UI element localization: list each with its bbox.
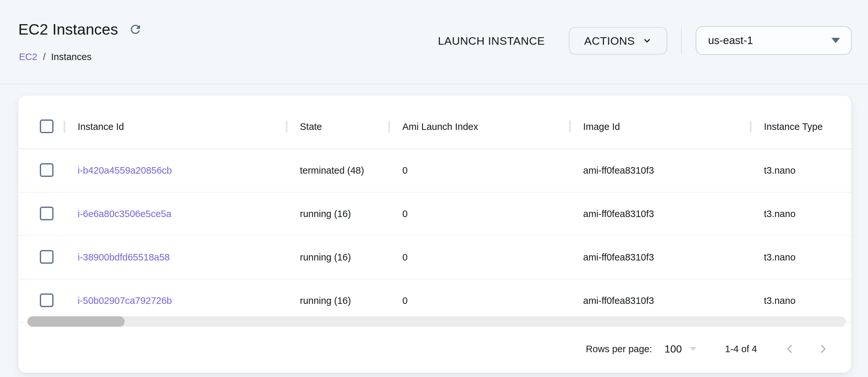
toolbar-divider (681, 27, 682, 54)
instance-type-cell: t3.nano (751, 295, 851, 306)
select-all-checkbox[interactable] (40, 120, 54, 133)
page-title: EC2 Instances (18, 21, 118, 38)
refresh-button[interactable] (128, 22, 143, 37)
instance-type-cell: t3.nano (751, 209, 851, 219)
table-row: i-b420a4559a20856cb terminated (48) 0 am… (18, 149, 851, 193)
ami-launch-index-cell: 0 (389, 165, 570, 176)
rows-per-page-select[interactable]: 100 (664, 343, 696, 355)
column-header-label: Ami Launch Index (402, 121, 478, 132)
dropdown-triangle-icon (832, 38, 840, 43)
column-header-label: Instance Id (78, 121, 124, 132)
previous-page-button[interactable] (782, 342, 797, 356)
column-separator (388, 120, 390, 133)
table-row: i-6e6a80c3506e5ce5a running (16) 0 ami-f… (18, 193, 851, 236)
ami-launch-index-cell: 0 (389, 252, 570, 263)
horizontal-scrollbar-thumb[interactable] (27, 316, 125, 327)
state-cell: running (16) (287, 295, 389, 306)
chevron-right-icon (817, 343, 829, 355)
ec2-instances-page: EC2 Instances EC2 / Instances LAUNCH INS… (0, 0, 868, 377)
row-checkbox[interactable] (40, 250, 54, 264)
refresh-icon (129, 23, 142, 36)
instances-table-card: Instance Id State Ami Launch Index Image… (18, 96, 851, 373)
ami-launch-index-cell: 0 (389, 209, 570, 219)
column-separator (286, 120, 287, 133)
page-header: EC2 Instances (18, 21, 143, 38)
column-header-image-id[interactable]: Image Id (570, 121, 751, 132)
breadcrumb: EC2 / Instances (19, 52, 92, 62)
ami-launch-index-cell: 0 (389, 295, 570, 306)
column-header-instance-type[interactable]: Instance Type (751, 121, 851, 132)
breadcrumb-separator: / (43, 52, 45, 62)
chevron-down-icon (642, 36, 652, 46)
image-id-cell: ami-ff0fea8310f3 (570, 252, 751, 263)
rows-per-page-value: 100 (664, 343, 682, 355)
chevron-left-icon (783, 343, 796, 355)
table-row: i-38900bdfd65518a58 running (16) 0 ami-f… (18, 236, 851, 279)
table-header-row: Instance Id State Ami Launch Index Image… (18, 96, 851, 149)
image-id-cell: ami-ff0fea8310f3 (570, 209, 751, 219)
rows-per-page-label: Rows per page: (586, 344, 652, 354)
instance-id-link[interactable]: i-b420a4559a20856cb (78, 165, 172, 176)
instance-id-cell: i-b420a4559a20856cb (65, 165, 287, 176)
column-header-label: Image Id (583, 121, 620, 132)
breadcrumb-link-ec2[interactable]: EC2 (19, 52, 37, 62)
state-cell: running (16) (287, 209, 389, 219)
state-cell: running (16) (287, 252, 389, 263)
header-divider (0, 84, 868, 84)
dropdown-triangle-icon (690, 347, 696, 351)
instance-id-cell: i-38900bdfd65518a58 (65, 252, 287, 263)
column-separator (64, 120, 65, 133)
row-checkbox[interactable] (40, 207, 54, 220)
image-id-cell: ami-ff0fea8310f3 (570, 165, 751, 176)
instance-id-link[interactable]: i-50b02907ca792726b (78, 295, 172, 306)
state-cell: terminated (48) (287, 165, 389, 176)
region-select[interactable]: us-east-1 (696, 26, 852, 55)
region-select-value: us-east-1 (708, 34, 753, 47)
column-header-state[interactable]: State (287, 121, 389, 132)
actions-button[interactable]: ACTIONS (569, 27, 667, 55)
launch-instance-button[interactable]: LAUNCH INSTANCE (436, 27, 547, 55)
row-checkbox-cell (18, 207, 65, 221)
column-separator (569, 120, 571, 133)
instance-type-cell: t3.nano (751, 165, 851, 176)
horizontal-scrollbar[interactable] (27, 316, 846, 327)
breadcrumb-current: Instances (51, 52, 91, 62)
column-header-instance-id[interactable]: Instance Id (65, 121, 287, 132)
row-checkbox[interactable] (40, 293, 54, 307)
column-header-ami-launch-index[interactable]: Ami Launch Index (389, 121, 570, 132)
instance-id-link[interactable]: i-6e6a80c3506e5ce5a (78, 209, 171, 219)
instance-id-cell: i-6e6a80c3506e5ce5a (65, 209, 287, 219)
pagination-range-label: 1-4 of 4 (725, 344, 757, 354)
column-header-label: State (300, 121, 322, 132)
instance-id-cell: i-50b02907ca792726b (65, 295, 287, 306)
row-checkbox-cell (18, 163, 65, 178)
pagination-bar: Rows per page: 100 1-4 of 4 (586, 339, 830, 359)
row-checkbox-cell (18, 250, 65, 265)
image-id-cell: ami-ff0fea8310f3 (570, 295, 751, 306)
select-all-cell (18, 120, 65, 134)
instance-id-link[interactable]: i-38900bdfd65518a58 (78, 252, 170, 262)
row-checkbox[interactable] (40, 163, 54, 177)
instance-type-cell: t3.nano (751, 252, 851, 263)
column-separator (750, 120, 751, 133)
column-header-label: Instance Type (764, 121, 823, 132)
row-checkbox-cell (18, 293, 65, 308)
actions-button-label: ACTIONS (584, 35, 635, 47)
next-page-button[interactable] (816, 342, 830, 356)
